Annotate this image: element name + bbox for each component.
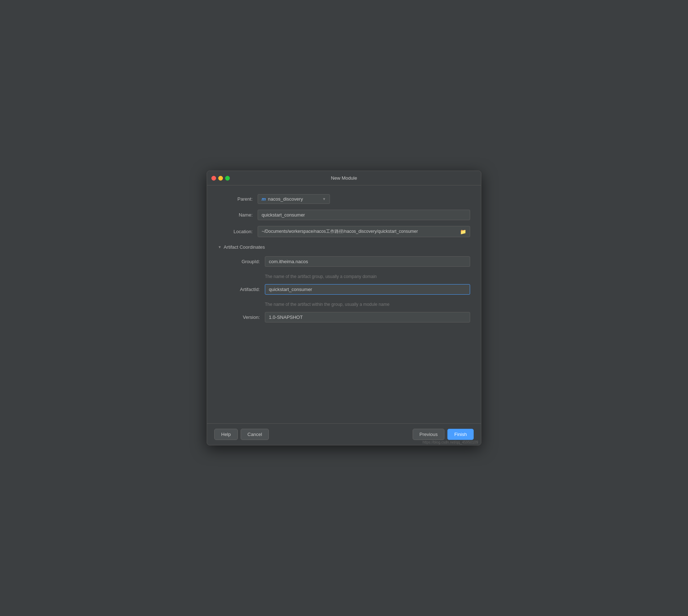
groupid-label: GroupId: [225,259,265,264]
traffic-lights [211,176,230,180]
section-content: GroupId: The name of the artifact group,… [218,256,470,328]
title-bar: New Module [207,171,481,185]
artifactid-label: ArtifactId: [225,287,265,292]
footer-left-buttons: Help Cancel [214,429,269,440]
groupid-row: GroupId: [225,256,470,267]
watermark: https://blog.csdn.net/qq_45950109 [423,440,478,444]
collapse-toggle-icon[interactable]: ▼ [218,245,222,249]
name-row: Name: [218,210,470,220]
parent-value: nacos_discovery [268,196,321,202]
location-value: ~/Documents/workerspace/nacos工作路径/nacos_… [262,228,418,235]
parent-label: Parent: [218,196,258,202]
groupid-input[interactable] [265,256,470,267]
artifactid-input[interactable] [265,284,470,295]
finish-button[interactable]: Finish [447,429,474,440]
artifactid-row: ArtifactId: [225,284,470,295]
previous-button[interactable]: Previous [413,429,445,440]
cancel-button[interactable]: Cancel [241,429,269,440]
version-input[interactable] [265,312,470,322]
chevron-down-icon: ▼ [322,197,326,201]
location-field[interactable]: ~/Documents/workerspace/nacos工作路径/nacos_… [258,226,470,237]
dialog-content: Parent: m nacos_discovery ▼ Name: Locati… [207,185,481,423]
artifactid-hint: The name of the artifact within the grou… [265,302,470,307]
section-title: Artifact Coordinates [224,244,265,250]
parent-row: Parent: m nacos_discovery ▼ [218,194,470,204]
minimize-button[interactable] [218,176,223,180]
help-button[interactable]: Help [214,429,238,440]
folder-icon: 📁 [460,229,466,235]
version-row: Version: [225,312,470,322]
module-icon: m [262,196,266,202]
footer-right-buttons: Previous Finish [413,429,474,440]
window-title: New Module [331,175,357,181]
close-button[interactable] [211,176,216,180]
version-label: Version: [225,315,265,320]
location-label: Location: [218,229,258,234]
name-input[interactable] [258,210,470,220]
location-row: Location: ~/Documents/workerspace/nacos工… [218,226,470,237]
parent-dropdown[interactable]: m nacos_discovery ▼ [258,194,330,204]
artifact-section-header: ▼ Artifact Coordinates [218,244,470,250]
new-module-dialog: New Module Parent: m nacos_discovery ▼ N… [207,171,481,445]
name-label: Name: [218,212,258,218]
maximize-button[interactable] [225,176,230,180]
groupid-hint: The name of the artifact group, usually … [265,274,470,279]
